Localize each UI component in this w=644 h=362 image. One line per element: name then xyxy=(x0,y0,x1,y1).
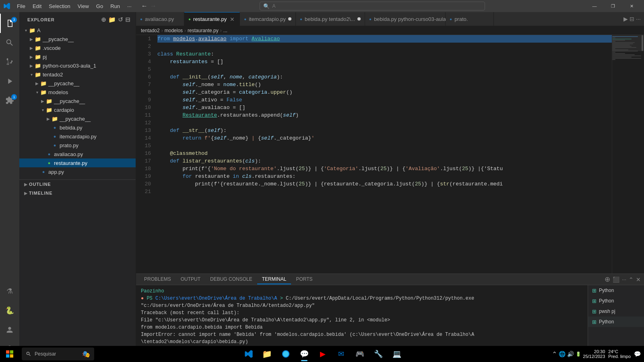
selection-menu[interactable]: Selection xyxy=(45,2,73,10)
taskbar-youtube[interactable]: ▶ xyxy=(314,346,332,362)
ports-tab[interactable]: PORTS xyxy=(291,275,317,284)
sidebar-item-pycache4[interactable]: ▶ 📁 __pycache__ xyxy=(19,114,136,123)
sidebar-title: EXPLORER xyxy=(27,17,55,22)
tab-more-icon[interactable]: ··· xyxy=(636,16,641,22)
terminal-more-icon[interactable]: ··· xyxy=(622,276,626,282)
notifications-taskbar-icon[interactable]: 💬 xyxy=(634,351,641,357)
taskbar-outlook[interactable]: ✉ xyxy=(332,346,350,362)
run-file-icon[interactable]: ▶ xyxy=(623,16,628,22)
more-menu[interactable]: ··· xyxy=(124,2,135,10)
taskbar-discord[interactable]: 💬 xyxy=(295,346,313,362)
refresh-icon[interactable]: ↺ xyxy=(118,16,124,23)
term-instance-2[interactable]: ⊞ Python xyxy=(588,296,644,306)
sidebar-item-itemcardapio[interactable]: ▶ ● itemcardapio.py xyxy=(19,132,136,141)
sidebar-item-cardapio[interactable]: ▾ 📁 cardapio xyxy=(19,105,136,114)
sidebar-item-vscode[interactable]: ▶ 📁 .vscode xyxy=(19,43,136,52)
tab-prato[interactable]: ● prato. xyxy=(446,12,494,26)
sidebar-item-pycache2[interactable]: ▶ 📁 __pycache__ xyxy=(19,79,136,88)
sidebar-item-pj[interactable]: ▶ 📁 pj xyxy=(19,52,136,61)
tab-split-icon[interactable]: ⊟ xyxy=(630,16,634,22)
sidebar-item-pycache3[interactable]: ▶ 📁 __pycache__ xyxy=(19,97,136,105)
breadcrumb-tentado2[interactable]: tentado2 xyxy=(141,28,160,33)
sidebar-item-tentado2[interactable]: ▾ 📁 tentado2 xyxy=(19,70,136,79)
tab-restaurante[interactable]: ● restaurante.py ✕ xyxy=(184,12,240,26)
taskbar-vscode[interactable] xyxy=(240,346,258,362)
outline-section[interactable]: ▶ OUTLINE xyxy=(19,180,136,189)
sidebar-item-modelos[interactable]: ▾ 📁 modelos xyxy=(19,88,136,97)
output-tab[interactable]: OUTPUT xyxy=(176,275,205,284)
tab-bebida1[interactable]: ● bebida.py tentado2\... xyxy=(296,12,365,26)
tray-network-icon[interactable]: 🌐 xyxy=(559,351,566,357)
new-folder-icon[interactable]: 📁 xyxy=(108,16,116,23)
term-instance-pwsh[interactable]: ⊞ pwsh pj xyxy=(588,306,644,317)
test-activity-icon[interactable]: ⚗ xyxy=(0,282,19,301)
file-menu[interactable]: File xyxy=(14,2,29,10)
start-button[interactable] xyxy=(0,346,19,362)
panel-maximize-icon[interactable]: ⌃ xyxy=(629,276,634,283)
ln-21: 21 xyxy=(136,188,151,195)
run-debug-activity-icon[interactable] xyxy=(0,72,19,91)
terminal-split-icon[interactable]: ⬛ xyxy=(613,276,619,283)
breadcrumb-sep2: › xyxy=(184,28,186,33)
terminal-icon: ⊞ xyxy=(592,298,597,304)
sidebar-item-bebida[interactable]: ▶ ● bebida.py xyxy=(19,123,136,132)
breadcrumb-modelos[interactable]: modelos xyxy=(165,28,183,33)
new-terminal-icon[interactable]: ⊕ xyxy=(605,275,610,284)
minimap-scrollbar[interactable] xyxy=(642,35,643,51)
go-menu[interactable]: Go xyxy=(93,2,106,10)
root-label: A xyxy=(37,27,41,33)
source-control-activity-icon[interactable] xyxy=(0,52,19,72)
breadcrumb-symbol[interactable]: ... xyxy=(223,28,227,33)
problems-tab[interactable]: PROBLEMS xyxy=(139,275,176,284)
python-activity-icon[interactable]: 🐍 xyxy=(0,301,19,320)
tray-chevron-icon[interactable]: ⌃ xyxy=(552,350,557,358)
tray-volume-icon[interactable]: 🔊 xyxy=(567,351,574,357)
explorer-activity-icon[interactable]: 3 xyxy=(0,14,19,33)
tab-avaliacao[interactable]: ● avaliacao.py xyxy=(136,12,184,26)
code-editor[interactable]: from modelos.avaliacao import Avaliacao … xyxy=(154,35,612,274)
sidebar-item-app[interactable]: ▶ ● app.py xyxy=(19,167,136,176)
new-file-icon[interactable]: ⊕ xyxy=(101,16,107,23)
taskbar-app9[interactable]: 💻 xyxy=(388,346,406,362)
account-activity-icon[interactable] xyxy=(0,320,19,339)
minimize-button[interactable]: — xyxy=(585,0,604,12)
term-instance-3[interactable]: ⊞ Python xyxy=(588,317,644,327)
run-menu[interactable]: Run xyxy=(107,2,123,10)
tray-battery-icon[interactable]: 🔋 xyxy=(576,352,581,357)
breadcrumb-file[interactable]: restaurante.py xyxy=(188,28,219,33)
search-wrap[interactable]: 🔍 xyxy=(260,2,485,10)
search-activity-icon[interactable] xyxy=(0,33,19,52)
tab-bebida2[interactable]: ● bebida.py python-curso03-aula_1\... xyxy=(365,12,446,26)
weather[interactable]: 24°C Pred. limpo xyxy=(607,349,632,359)
main-layout: 3 1 ⚗ 🐍 xyxy=(0,12,644,362)
close-button[interactable]: ✕ xyxy=(622,0,641,12)
extensions-activity-icon[interactable]: 1 xyxy=(0,91,19,110)
debug-console-tab[interactable]: DEBUG CONSOLE xyxy=(205,275,257,284)
term-instance-1[interactable]: ⊞ Python xyxy=(588,285,644,296)
sidebar-item-python-curso[interactable]: ▶ 📁 python-curso03-aula_1 xyxy=(19,61,136,70)
sidebar-item-prato[interactable]: ▶ ● prato.py xyxy=(19,141,136,150)
sidebar-item-restaurante[interactable]: ▶ ● restaurante.py xyxy=(19,158,136,167)
nav-forward[interactable]: → xyxy=(150,2,157,10)
panel-close-icon[interactable]: ✕ xyxy=(636,276,641,283)
tab-itemcardapio[interactable]: ● itemcardapio.py xyxy=(240,12,296,26)
taskbar-explorer[interactable]: 📁 xyxy=(258,346,276,362)
search-input[interactable] xyxy=(272,3,481,9)
timeline-section[interactable]: ▶ TIMELINE xyxy=(19,189,136,197)
nav-back[interactable]: ← xyxy=(141,2,148,10)
tree-root[interactable]: ▾ 📁 A xyxy=(19,26,136,35)
restore-button[interactable]: ❐ xyxy=(604,0,622,12)
clock[interactable]: 20:30 25/12/2023 xyxy=(583,349,605,359)
sidebar-item-avaliacao[interactable]: ▶ ● avaliacao.py xyxy=(19,150,136,158)
sidebar-item-pycache1[interactable]: ▶ 📁 __pycache__ xyxy=(19,35,136,43)
taskbar-edge[interactable] xyxy=(277,346,295,362)
terminal-tab[interactable]: TERMINAL xyxy=(257,275,291,284)
taskbar-app7[interactable]: 🎮 xyxy=(351,346,369,362)
taskbar-search[interactable]: Pesquisar 🎭 xyxy=(22,348,94,360)
edit-menu[interactable]: Edit xyxy=(29,2,45,10)
folder-icon: 📁 xyxy=(35,62,41,69)
view-menu[interactable]: View xyxy=(74,2,92,10)
tab-close-icon[interactable]: ✕ xyxy=(229,16,235,23)
collapse-icon[interactable]: ⊟ xyxy=(125,16,131,23)
taskbar-jetbrains[interactable]: 🔧 xyxy=(369,346,387,362)
